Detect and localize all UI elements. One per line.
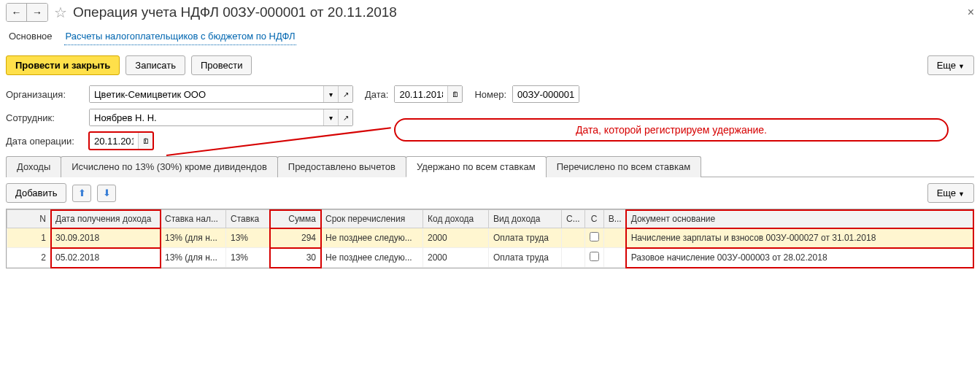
table-more-button[interactable]: Еще▼ — [927, 183, 974, 203]
op-date-field[interactable]: 🗓 — [89, 132, 153, 150]
col-sum[interactable]: Сумма — [270, 210, 321, 228]
close-icon[interactable]: × — [968, 6, 974, 19]
annotation-date: Дата, которой регистрируем удержание. — [394, 118, 949, 142]
post-and-close-button[interactable]: Провести и закрыть — [6, 55, 120, 75]
row-checkbox[interactable] — [590, 252, 599, 261]
org-field[interactable]: ▾ ↗ — [89, 85, 353, 103]
star-icon[interactable]: ☆ — [54, 4, 67, 21]
col-income-code[interactable]: Код дохода — [423, 210, 489, 228]
nav-buttons: ← → — [6, 3, 48, 22]
cell-tax-rate: 13% (для н... — [161, 248, 226, 268]
cell-c — [562, 248, 585, 268]
chevron-down-icon: ▼ — [958, 63, 965, 70]
calendar-icon[interactable]: 🗓 — [447, 86, 462, 102]
col-chk[interactable]: С — [584, 210, 603, 228]
col-vy[interactable]: В... — [603, 210, 626, 228]
cell-n: 2 — [7, 248, 51, 268]
cell-transfer-term: Не позднее следую... — [321, 228, 423, 248]
employee-label: Сотрудник: — [6, 112, 83, 123]
cell-income-date: 05.02.2018 — [51, 248, 161, 268]
tab-income[interactable]: Доходы — [6, 156, 61, 177]
cell-checkbox — [584, 228, 603, 248]
dropdown-icon[interactable]: ▾ — [323, 86, 338, 102]
open-icon[interactable]: ↗ — [338, 86, 352, 102]
top-tab-link[interactable]: Расчеты налогоплательщиков с бюджетом по… — [64, 28, 297, 45]
cell-sum: 30 — [270, 248, 321, 268]
add-button[interactable]: Добавить — [6, 183, 66, 203]
col-tax-rate[interactable]: Ставка нал... — [161, 210, 226, 228]
col-c[interactable]: С... — [562, 210, 585, 228]
tab-withheld[interactable]: Удержано по всем ставкам — [406, 156, 547, 177]
col-n[interactable]: N — [7, 210, 51, 228]
calendar-icon[interactable]: 🗓 — [138, 133, 153, 149]
col-base-doc[interactable]: Документ основание — [626, 210, 973, 228]
table-header-row: N Дата получения дохода Ставка нал... Ст… — [7, 210, 973, 228]
org-label: Организация: — [6, 89, 83, 100]
cell-tax-rate: 13% (для н... — [161, 228, 226, 248]
page-title: Операция учета НДФЛ 00ЗУ-000001 от 20.11… — [73, 4, 397, 20]
col-income-date[interactable]: Дата получения дохода — [51, 210, 161, 228]
table-row[interactable]: 1 30.09.2018 13% (для н... 13% 294 Не по… — [7, 228, 973, 248]
col-rate[interactable]: Ставка — [226, 210, 270, 228]
op-date-label: Дата операции: — [6, 136, 83, 147]
tab-calculated[interactable]: Исчислено по 13% (30%) кроме дивидендов — [61, 156, 278, 177]
date-field[interactable]: 🗓 — [394, 85, 463, 103]
open-icon[interactable]: ↗ — [338, 109, 352, 125]
cell-checkbox — [584, 248, 603, 268]
cell-rate: 13% — [226, 248, 270, 268]
number-field[interactable] — [512, 85, 579, 103]
org-input[interactable] — [90, 86, 323, 102]
move-up-button[interactable]: ⬆ — [72, 185, 91, 202]
cell-base-doc: Начисление зарплаты и взносов 00ЗУ-00002… — [626, 228, 973, 248]
op-date-input[interactable] — [90, 133, 138, 149]
row-checkbox[interactable] — [590, 232, 599, 241]
cell-base-doc: Разовое начисление 00ЗУ-000003 от 28.02.… — [626, 248, 973, 268]
employee-field[interactable]: ▾ ↗ — [89, 109, 353, 126]
date-input[interactable] — [395, 86, 447, 102]
tab-transferred[interactable]: Перечислено по всем ставкам — [546, 156, 701, 177]
number-input[interactable] — [513, 86, 579, 102]
cell-rate: 13% — [226, 228, 270, 248]
number-label: Номер: — [474, 89, 506, 100]
cell-income-date: 30.09.2018 — [51, 228, 161, 248]
cell-c — [562, 228, 585, 248]
cell-vy — [603, 228, 626, 248]
cell-sum: 294 — [270, 228, 321, 248]
table-row[interactable]: 2 05.02.2018 13% (для н... 13% 30 Не поз… — [7, 248, 973, 268]
cell-income-code: 2000 — [423, 228, 489, 248]
move-down-button[interactable]: ⬇ — [97, 185, 116, 202]
dropdown-icon[interactable]: ▾ — [323, 109, 338, 125]
date-label: Дата: — [365, 89, 388, 100]
back-button[interactable]: ← — [7, 4, 27, 21]
cell-income-type: Оплата труда — [489, 248, 562, 268]
col-transfer-term[interactable]: Срок перечисления — [321, 210, 423, 228]
save-button[interactable]: Записать — [126, 55, 185, 75]
cell-n: 1 — [7, 228, 51, 248]
more-button[interactable]: Еще▼ — [927, 55, 974, 75]
table: N Дата получения дохода Ставка нал... Ст… — [6, 209, 974, 268]
forward-button[interactable]: → — [27, 4, 47, 21]
chevron-down-icon: ▼ — [958, 190, 965, 198]
tab-deductions[interactable]: Предоставлено вычетов — [277, 156, 406, 177]
col-income-type[interactable]: Вид дохода — [489, 210, 562, 228]
cell-income-type: Оплата труда — [489, 228, 562, 248]
cell-income-code: 2000 — [423, 248, 489, 268]
post-button[interactable]: Провести — [191, 55, 252, 75]
top-tab-main[interactable]: Основное — [7, 28, 54, 45]
cell-vy — [603, 248, 626, 268]
cell-transfer-term: Не позднее следую... — [321, 248, 423, 268]
employee-input[interactable] — [90, 109, 323, 125]
